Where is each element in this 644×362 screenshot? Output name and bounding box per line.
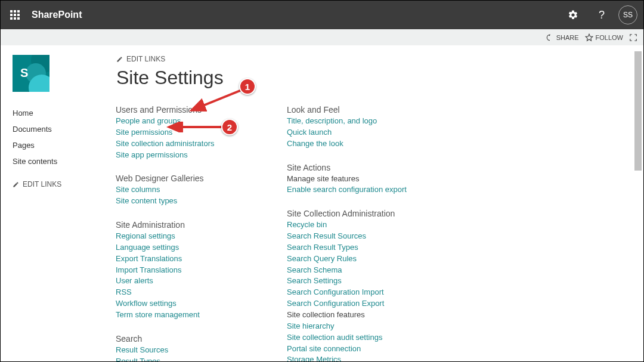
link-workflow[interactable]: Workflow settings bbox=[116, 298, 287, 310]
link-sca[interactable]: Site collection administrators bbox=[116, 138, 287, 150]
link-people-groups[interactable]: People and groups bbox=[116, 116, 287, 127]
page-title: Site Settings bbox=[116, 67, 224, 89]
link-sschema[interactable]: Search Schema bbox=[287, 265, 458, 276]
focus-button[interactable] bbox=[629, 33, 637, 42]
link-site-permissions[interactable]: Site permissions bbox=[116, 127, 287, 138]
nav-item-documents[interactable]: Documents bbox=[13, 121, 108, 137]
svg-rect-1 bbox=[14, 10, 16, 13]
link-regional[interactable]: Regional settings bbox=[116, 231, 287, 242]
group-heading: Users and Permissions bbox=[116, 105, 287, 115]
edit-links-nav-label: EDIT LINKS bbox=[23, 180, 61, 188]
help-icon[interactable]: ? bbox=[587, 1, 616, 29]
link-content-types[interactable]: Site content types bbox=[116, 196, 287, 207]
share-button[interactable]: SHARE bbox=[546, 33, 579, 42]
group-web-designer: Web Designer Galleries Site columns Site… bbox=[116, 174, 287, 207]
group-heading: Web Designer Galleries bbox=[116, 174, 287, 183]
edit-links-label: EDIT LINKS bbox=[126, 55, 165, 63]
link-rss[interactable]: RSS bbox=[116, 287, 287, 298]
svg-rect-7 bbox=[14, 17, 16, 20]
group-site-admin: Site Administration Regional settings La… bbox=[116, 220, 287, 321]
group-heading: Search bbox=[116, 334, 287, 344]
link-storage[interactable]: Storage Metrics bbox=[287, 354, 458, 361]
group-heading: Site Administration bbox=[116, 220, 287, 230]
edit-links-top[interactable]: EDIT LINKS bbox=[116, 55, 224, 63]
svg-rect-8 bbox=[17, 17, 20, 20]
edit-links-nav[interactable]: EDIT LINKS bbox=[13, 180, 108, 188]
link-change-look[interactable]: Change the look bbox=[287, 138, 458, 150]
share-label: SHARE bbox=[556, 34, 579, 41]
link-manage-features[interactable]: Manage site features bbox=[287, 174, 458, 185]
follow-button[interactable]: FOLLOW bbox=[585, 33, 623, 42]
svg-marker-9 bbox=[586, 34, 593, 41]
link-ssettings2[interactable]: Search Settings bbox=[287, 276, 458, 287]
group-site-collection-admin: Site Collection Administration Recycle b… bbox=[287, 209, 458, 361]
link-site-hierarchy[interactable]: Site hierarchy bbox=[287, 321, 458, 332]
group-site-actions: Site Actions Manage site features Enable… bbox=[287, 163, 458, 196]
link-import-trans[interactable]: Import Translations bbox=[116, 265, 287, 276]
content: S EDIT LINKS Site Settings Home Document… bbox=[1, 45, 643, 361]
group-search: Search Result Sources Result Types Query… bbox=[116, 334, 287, 361]
group-look-feel: Look and Feel Title, description, and lo… bbox=[287, 105, 458, 150]
link-sce[interactable]: Search Configuration Export bbox=[287, 298, 458, 310]
link-sc-features[interactable]: Site collection features bbox=[287, 310, 458, 321]
group-heading: Look and Feel bbox=[287, 105, 458, 115]
link-result-types[interactable]: Result Types bbox=[116, 356, 287, 361]
scroll-thumb[interactable] bbox=[634, 51, 642, 171]
scrollbar[interactable] bbox=[633, 45, 643, 361]
link-site-columns[interactable]: Site columns bbox=[116, 184, 287, 196]
svg-rect-4 bbox=[14, 14, 16, 16]
svg-rect-3 bbox=[10, 14, 13, 16]
gear-icon[interactable] bbox=[559, 1, 587, 29]
group-heading: Site Actions bbox=[287, 163, 458, 172]
link-user-alerts[interactable]: User alerts bbox=[116, 276, 287, 287]
svg-rect-0 bbox=[10, 10, 13, 13]
link-term-store[interactable]: Term store management bbox=[116, 310, 287, 321]
link-sqr[interactable]: Search Query Rules bbox=[287, 253, 458, 265]
ribbon: SHARE FOLLOW bbox=[1, 29, 643, 45]
nav-item-site-contents[interactable]: Site contents bbox=[13, 153, 108, 169]
link-portal[interactable]: Portal site connection bbox=[287, 344, 458, 355]
link-quick-launch[interactable]: Quick launch bbox=[287, 127, 458, 138]
settings-columns: Users and Permissions People and groups … bbox=[116, 105, 458, 361]
link-audit[interactable]: Site collection audit settings bbox=[287, 332, 458, 344]
link-export-trans[interactable]: Export Translations bbox=[116, 253, 287, 265]
link-recycle-bin[interactable]: Recycle bin bbox=[287, 219, 458, 231]
link-site-app-perms[interactable]: Site app permissions bbox=[116, 150, 287, 161]
group-heading: Site Collection Administration bbox=[287, 209, 458, 218]
avatar[interactable]: SS bbox=[618, 5, 637, 24]
svg-rect-5 bbox=[17, 14, 20, 16]
suite-bar: SharePoint ? SS bbox=[1, 1, 643, 29]
column-2: Look and Feel Title, description, and lo… bbox=[287, 105, 458, 361]
link-result-sources[interactable]: Result Sources bbox=[116, 345, 287, 356]
svg-rect-6 bbox=[10, 17, 13, 20]
link-title-desc-logo[interactable]: Title, description, and logo bbox=[287, 116, 458, 127]
brand-label[interactable]: SharePoint bbox=[32, 10, 82, 20]
link-language[interactable]: Language settings bbox=[116, 242, 287, 253]
nav-item-home[interactable]: Home bbox=[13, 105, 108, 121]
app-launcher-icon[interactable] bbox=[1, 1, 29, 29]
group-users-permissions: Users and Permissions People and groups … bbox=[116, 105, 287, 160]
nav-item-pages[interactable]: Pages bbox=[13, 137, 108, 153]
left-nav: Home Documents Pages Site contents EDIT … bbox=[13, 105, 108, 188]
column-1: Users and Permissions People and groups … bbox=[116, 105, 287, 361]
follow-label: FOLLOW bbox=[596, 34, 623, 41]
svg-rect-2 bbox=[17, 10, 20, 13]
link-srt[interactable]: Search Result Types bbox=[287, 242, 458, 253]
site-logo[interactable]: S bbox=[13, 55, 49, 92]
link-srs[interactable]: Search Result Sources bbox=[287, 231, 458, 242]
link-enable-search-export[interactable]: Enable search configuration export bbox=[287, 184, 458, 196]
link-sci[interactable]: Search Configuration Import bbox=[287, 287, 458, 298]
